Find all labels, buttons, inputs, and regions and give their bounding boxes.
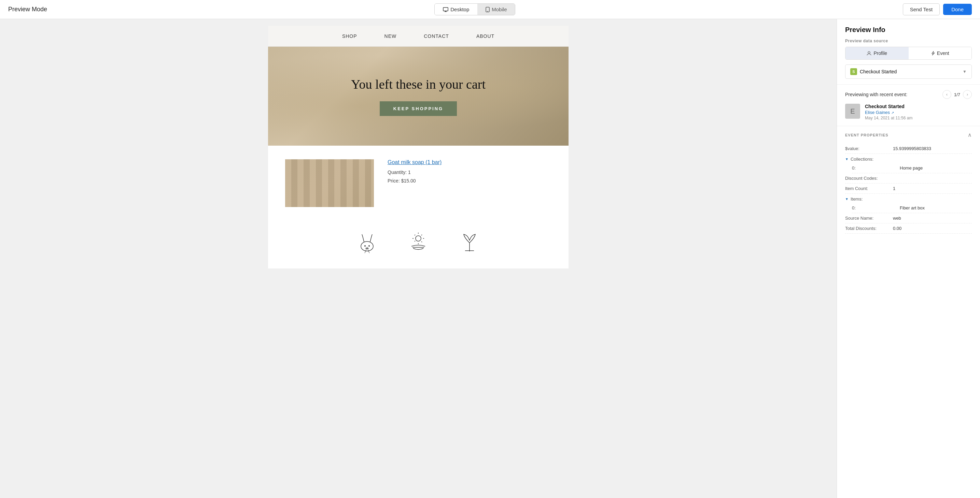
triangle-icon: ▼ [845,157,848,161]
collection-item-0: 0: Home page [852,163,972,173]
prop-val-sourcename: web [893,216,901,221]
event-card: E Checkout Started Elise Gaines ↗ May 14… [845,104,972,121]
items-list: 0: Fiber art box [845,203,972,213]
event-dropdown[interactable]: S Checkout Started ▼ [845,65,972,79]
hero-title: You left these in your cart [351,77,485,92]
nav-about: ABOUT [476,33,495,39]
collections-section-header[interactable]: ▼ Collections: [845,154,972,163]
prop-key-value: $value: [845,146,893,151]
profile-event-toggle: Profile Event [845,47,972,60]
product-image [285,159,374,207]
sidebar-title: Preview Info [845,26,972,34]
prop-val-totaldiscounts: 0.00 [893,226,902,231]
prop-key-sourcename: Source Name: [845,216,893,221]
data-source-label: Preview data source [845,38,972,43]
icon-bunny [355,231,379,255]
svg-rect-0 [443,8,448,11]
prop-discount-codes: Discount Codes: [845,173,972,184]
pagination-prev-button[interactable]: ‹ [942,90,951,99]
device-toggle: Desktop Mobile [434,3,515,15]
preview-area: SHOP NEW CONTACT ABOUT You left these in… [0,19,837,498]
shopify-icon: S [850,68,857,75]
product-name[interactable]: Goat milk soap (1 bar) [388,159,552,165]
previewing-label: Previewing with recent event: [845,92,907,97]
nav-shop: SHOP [342,33,357,39]
prop-key-itemcount: Item Count: [845,186,893,191]
desktop-icon [443,7,448,12]
avatar: E [845,104,860,119]
icons-section [268,221,568,268]
collections-items: 0: Home page [845,163,972,173]
preview-mode-label: Preview Mode [8,6,47,13]
profile-tab-button[interactable]: Profile [845,47,908,59]
sidebar-header: Preview Info Preview data source Profile… [837,19,980,85]
product-price: Price: $15.00 [388,177,552,185]
pagination: ‹ 1/7 › [942,90,972,99]
item-0: 0: Fiber art box [852,203,972,213]
items-section-header[interactable]: ▼ Items: [845,194,972,203]
profile-icon [867,51,872,56]
hero-cta-button[interactable]: KEEP SHOPPING [380,101,457,116]
chevron-down-icon: ▼ [963,69,967,74]
mobile-button[interactable]: Mobile [477,4,515,15]
collapse-button[interactable]: ∧ [968,132,972,138]
prop-value: $value: 15.9399995803833 [845,144,972,154]
items-triangle-icon: ▼ [845,197,848,201]
event-user-name: Elise Gaines [865,110,890,115]
hero-banner: You left these in your cart KEEP SHOPPIN… [268,47,568,146]
lightning-icon [931,51,935,56]
plant-icon [458,231,482,255]
top-bar-actions: Send Test Done [903,3,972,15]
prop-total-discounts: Total Discounts: 0.00 [845,224,972,234]
prop-val-itemcount: 1 [893,186,895,191]
collections-label: Collections: [851,157,873,162]
prop-key-discount: Discount Codes: [845,176,893,181]
pagination-count: 1/7 [954,92,960,97]
prop-source-name: Source Name: web [845,213,972,224]
svg-point-2 [487,11,488,12]
items-label: Items: [851,197,862,201]
top-bar: Preview Mode Desktop Mobile Send Test Do… [0,0,980,19]
svg-point-3 [361,241,373,251]
right-sidebar: Preview Info Preview data source Profile… [837,19,980,498]
svg-point-4 [364,245,366,247]
desktop-button[interactable]: Desktop [435,4,477,15]
mobile-icon [485,7,490,12]
event-date: May 14, 2021 at 11:56 am [865,116,972,121]
svg-point-7 [868,51,870,54]
prop-key-totaldiscounts: Total Discounts: [845,226,893,231]
main-layout: SHOP NEW CONTACT ABOUT You left these in… [0,19,980,498]
bunny-icon [355,231,379,255]
event-card-name: Checkout Started [865,104,972,109]
product-details: Goat milk soap (1 bar) Quantity: 1 Price… [388,159,552,185]
icon-sun [406,231,430,255]
event-properties-section: EVENT PROPERTIES ∧ $value: 15.9399995803… [837,126,980,239]
event-properties-title: EVENT PROPERTIES [845,133,888,137]
done-button[interactable]: Done [943,4,972,15]
event-user-link[interactable]: Elise Gaines ↗ [865,110,972,116]
product-section: Goat milk soap (1 bar) Quantity: 1 Price… [268,146,568,221]
nav-contact: CONTACT [424,33,449,39]
svg-point-5 [368,245,370,247]
svg-point-6 [415,236,421,241]
nav-new: NEW [385,33,397,39]
prop-val-value: 15.9399995803833 [893,146,931,151]
pagination-next-button[interactable]: › [963,90,972,99]
sun-book-icon [406,231,430,255]
send-test-button[interactable]: Send Test [903,3,940,15]
product-quantity: Quantity: 1 [388,168,552,177]
icon-plant [458,231,482,255]
external-link-icon: ↗ [891,111,894,114]
prop-item-count: Item Count: 1 [845,184,972,194]
email-preview: SHOP NEW CONTACT ABOUT You left these in… [268,26,568,268]
event-tab-button[interactable]: Event [908,47,972,59]
selected-event-label: Checkout Started [860,69,897,75]
previewing-section: Previewing with recent event: ‹ 1/7 › E … [837,85,980,126]
email-nav: SHOP NEW CONTACT ABOUT [268,26,568,47]
